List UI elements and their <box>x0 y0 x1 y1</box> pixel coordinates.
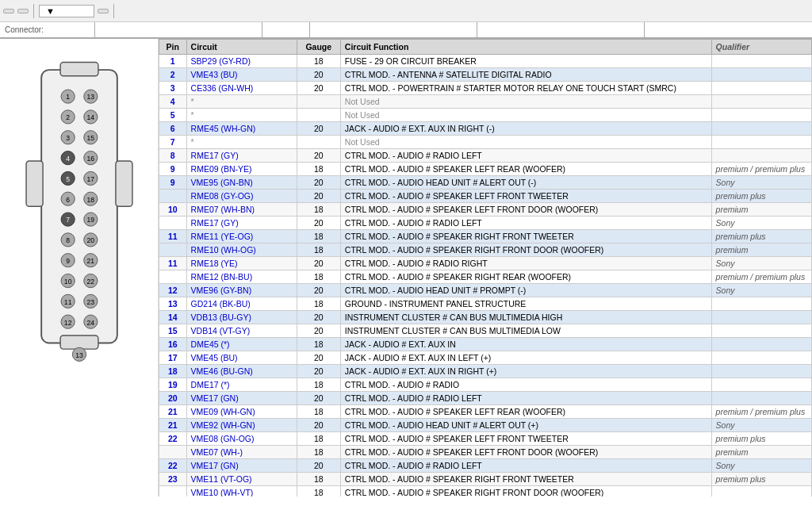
toolbar: ▼ <box>0 0 812 22</box>
svg-text:24: 24 <box>86 319 94 327</box>
gauge-value: 20 <box>297 324 340 338</box>
table-row: 3CE336 (GN-WH)20CTRL MOD. - POWERTRAIN #… <box>159 82 812 95</box>
qualifier <box>711 95 811 109</box>
qualifier: premium plus <box>711 473 811 486</box>
connector-select[interactable]: ▼ <box>39 5 94 17</box>
qualifier: Sony <box>711 459 811 473</box>
qualifier <box>711 392 811 405</box>
table-row: 15VDB14 (VT-GY)20INSTRUMENT CLUSTER # CA… <box>159 324 812 338</box>
svg-text:23: 23 <box>86 298 94 306</box>
circuit-function: CTRL MOD. - AUDIO # SPEAKER RIGHT FRONT … <box>340 243 711 257</box>
circuit-code: VDB14 (VT-GY) <box>186 324 297 338</box>
circuit-code: VME96 (GY-BN) <box>186 284 297 297</box>
dropdown-arrow[interactable]: ▼ <box>46 6 55 16</box>
pin-number: 10 <box>159 203 187 217</box>
pin-number: 5 <box>159 109 187 122</box>
go-button[interactable] <box>98 9 109 13</box>
svg-text:12: 12 <box>63 319 71 327</box>
gauge-value: 20 <box>297 365 340 378</box>
svg-text:13: 13 <box>86 93 94 101</box>
table-row: RME12 (BN-BU)18CTRL MOD. - AUDIO # SPEAK… <box>159 270 812 284</box>
pin-number: 7 <box>159 136 187 149</box>
gauge-value: 20 <box>297 217 340 230</box>
qualifier <box>711 365 811 378</box>
svg-text:15: 15 <box>86 134 94 142</box>
svg-text:10: 10 <box>63 278 71 286</box>
circuit-code: RME10 (WH-OG) <box>186 243 297 257</box>
page-header: Connector: <box>0 22 812 39</box>
table-row: RME08 (GY-OG)20CTRL MOD. - AUDIO # SPEAK… <box>159 190 812 203</box>
pin-number: 22 <box>159 459 187 473</box>
circuit-function: INSTRUMENT CLUSTER # CAN BUS MULTIMEDIA … <box>340 311 711 324</box>
col-gauge: Gauge <box>297 40 340 55</box>
gauge-value: 20 <box>297 284 340 297</box>
pin-number <box>159 486 187 497</box>
gauge-value: 18 <box>297 230 340 243</box>
circuit-code: RME11 (YE-OG) <box>186 230 297 243</box>
svg-text:7: 7 <box>66 216 70 224</box>
circuit-function: CTRL MOD. - AUDIO # SPEAKER RIGHT FRONT … <box>340 486 711 497</box>
table-row: 16DME45 (*)18JACK - AUDIO # EXT. AUX IN <box>159 338 812 351</box>
table-row: 4*Not Used <box>159 95 812 109</box>
qualifier <box>711 351 811 365</box>
qualifier <box>711 109 811 122</box>
pin-number: 2 <box>159 68 187 82</box>
circuit-code: RME07 (WH-BN) <box>186 203 297 217</box>
circuit-code: VME09 (WH-GN) <box>186 405 297 419</box>
qualifier: Sony <box>711 284 811 297</box>
svg-rect-4 <box>115 161 132 206</box>
gauge-value: 20 <box>297 149 340 163</box>
gauge-value: 18 <box>297 270 340 284</box>
circuit-function: CTRL MOD. - AUDIO HEAD UNIT # ALERT OUT … <box>340 419 711 432</box>
table-row: 13GD214 (BK-BU)18GROUND - INSTRUMENT PAN… <box>159 297 812 311</box>
circuit-function: CTRL MOD. - AUDIO # RADIO <box>340 378 711 392</box>
table-row: 23VME11 (VT-OG)18CTRL MOD. - AUDIO # SPE… <box>159 473 812 486</box>
circuit-code: VME08 (GN-OG) <box>186 432 297 446</box>
qualifier <box>711 378 811 392</box>
circuit-code: VME45 (BU) <box>186 351 297 365</box>
svg-text:14: 14 <box>86 113 94 121</box>
circuit-function: CTRL MOD. - AUDIO # RADIO LEFT <box>340 459 711 473</box>
qualifier: premium / premium plus <box>711 405 811 419</box>
circuit-function: Not Used <box>340 136 711 149</box>
pin-table-area[interactable]: Pin Circuit Gauge Circuit Function Quali… <box>159 39 812 496</box>
table-row: 10RME07 (WH-BN)18CTRL MOD. - AUDIO # SPE… <box>159 203 812 217</box>
pin-number: 1 <box>159 55 187 68</box>
circuit-function: JACK - AUDIO # EXT. AUX IN <box>340 338 711 351</box>
pin-number <box>159 217 187 230</box>
back-button[interactable] <box>3 9 14 13</box>
table-row: 7*Not Used <box>159 136 812 149</box>
qualifier: Sony <box>711 217 811 230</box>
qualifier <box>711 68 811 82</box>
qualifier: premium plus <box>711 230 811 243</box>
qualifier <box>711 297 811 311</box>
circuit-function: JACK - AUDIO # EXT. AUX IN RIGHT (+) <box>340 365 711 378</box>
table-row: 19DME17 (*)18CTRL MOD. - AUDIO # RADIO <box>159 378 812 392</box>
svg-rect-1 <box>60 63 98 76</box>
circuit-function: JACK - AUDIO # EXT. AUX IN RIGHT (-) <box>340 122 711 136</box>
table-row: 14VDB13 (BU-GY)20INSTRUMENT CLUSTER # CA… <box>159 311 812 324</box>
pin-number: 22 <box>159 432 187 446</box>
circuit-code: VME17 (GN) <box>186 392 297 405</box>
circuit-function: CTRL MOD. - AUDIO # SPEAKER LEFT FRONT D… <box>340 446 711 459</box>
gauge-value: 18 <box>297 297 340 311</box>
pin-number: 21 <box>159 405 187 419</box>
table-row: VME07 (WH-)18CTRL MOD. - AUDIO # SPEAKER… <box>159 446 812 459</box>
circuit-code: VME10 (WH-VT) <box>186 486 297 497</box>
circuit-function: CTRL MOD. - POWERTRAIN # STARTER MOTOR R… <box>340 82 711 95</box>
connector-label: Connector: <box>5 25 90 34</box>
gauge-value: 20 <box>297 459 340 473</box>
circuit-code: RME08 (GY-OG) <box>186 190 297 203</box>
table-row: 1SBP29 (GY-RD)18FUSE - 29 OR CIRCUIT BRE… <box>159 55 812 68</box>
gauge-value: 18 <box>297 338 340 351</box>
svg-text:21: 21 <box>86 257 94 265</box>
svg-rect-2 <box>60 335 98 349</box>
svg-text:9: 9 <box>66 257 70 265</box>
forward-button[interactable] <box>17 9 29 13</box>
circuit-function: JACK - AUDIO # EXT. AUX IN LEFT (+) <box>340 351 711 365</box>
qualifier <box>711 311 811 324</box>
gauge-value: 18 <box>297 432 340 446</box>
circuit-function: CTRL MOD. - AUDIO # SPEAKER LEFT FRONT D… <box>340 203 711 217</box>
gauge-value: 20 <box>297 190 340 203</box>
circuit-code: VME92 (WH-GN) <box>186 419 297 432</box>
